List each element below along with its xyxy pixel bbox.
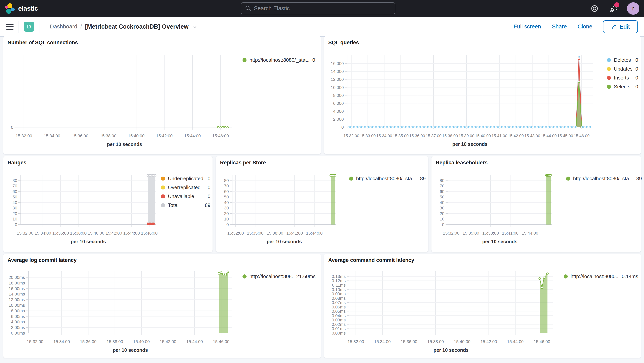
svg-text:0.13ms: 0.13ms — [332, 274, 346, 279]
title-menu-button[interactable] — [192, 24, 198, 30]
legend-item[interactable]: http://localhost:8080...0.14ms — [564, 273, 638, 279]
svg-text:15:40:00: 15:40:00 — [454, 339, 470, 344]
svg-text:0.04ms: 0.04ms — [332, 313, 346, 318]
avatar[interactable]: r — [627, 2, 639, 15]
legend-dot — [349, 177, 353, 181]
legend-item[interactable]: http://localhost:8080/_stat...0 — [242, 57, 315, 63]
pencil-icon — [611, 24, 617, 30]
svg-text:16.00ms: 16.00ms — [9, 286, 25, 291]
svg-text:15:38:00: 15:38:00 — [70, 231, 87, 236]
legend: http://localhost:808...21.60ms — [242, 273, 316, 282]
legend-label: http://localhost:8080/_sta... — [573, 176, 633, 182]
full-screen-link[interactable]: Full screen — [514, 24, 541, 30]
svg-text:30: 30 — [440, 206, 444, 210]
legend-dot — [564, 274, 568, 278]
panel-title: Replica leaseholders — [436, 160, 488, 166]
edit-button[interactable]: Edit — [603, 20, 638, 33]
chart-sql-queries[interactable]: 15:32:0015:33:0015:34:0015:35:0015:36:00… — [324, 36, 641, 154]
legend-item[interactable]: Total89 — [161, 202, 210, 208]
svg-text:6,000: 6,000 — [333, 101, 344, 106]
legend-value: 0 — [632, 66, 638, 72]
svg-text:50: 50 — [12, 195, 17, 199]
svg-text:15:44:00: 15:44:00 — [541, 133, 557, 138]
svg-text:40: 40 — [224, 200, 229, 205]
legend-label: Overreplicated — [168, 184, 200, 190]
legend-label: http://localhost:808... — [250, 273, 293, 279]
svg-text:per 10 seconds: per 10 seconds — [267, 239, 302, 244]
svg-text:10: 10 — [440, 217, 444, 221]
svg-text:15:35:00: 15:35:00 — [393, 133, 409, 138]
legend-label: Unavailable — [168, 193, 194, 199]
legend-value: 0 — [309, 57, 315, 63]
legend-value: 0 — [632, 84, 638, 90]
svg-text:0.03ms: 0.03ms — [332, 317, 346, 322]
svg-text:0.08ms: 0.08ms — [332, 296, 346, 301]
legend-label: http://localhost:8080/_stat... — [250, 57, 309, 63]
svg-text:15:41:00: 15:41:00 — [502, 231, 518, 236]
legend-item[interactable]: Unavailable0 — [161, 193, 210, 199]
notification-dot — [614, 2, 619, 7]
svg-text:20: 20 — [224, 211, 229, 216]
chart-average-command-commit-latency[interactable]: 15:32:0015:34:0015:36:0015:38:0015:40:00… — [324, 254, 641, 358]
breadcrumb-separator: / — [80, 24, 82, 30]
svg-text:15:44:00: 15:44:00 — [123, 231, 140, 236]
legend-label: Underreplicated — [168, 176, 204, 182]
svg-text:15:40:00: 15:40:00 — [133, 339, 150, 344]
svg-text:0.11ms: 0.11ms — [332, 283, 346, 288]
legend-item[interactable]: Overreplicated0 — [161, 184, 210, 190]
svg-text:15:36:00: 15:36:00 — [409, 133, 425, 138]
svg-text:18.00ms: 18.00ms — [9, 281, 25, 285]
legend-item[interactable]: http://localhost:808...21.60ms — [242, 273, 316, 279]
svg-text:15:46:00: 15:46:00 — [212, 133, 229, 138]
legend-item[interactable]: http://localhost:8080/_sta...89 — [566, 176, 642, 182]
newsfeed-button[interactable] — [608, 4, 618, 13]
svg-text:0: 0 — [442, 222, 444, 227]
legend-item[interactable]: Underreplicated0 — [161, 176, 210, 182]
svg-text:15:32:00: 15:32:00 — [348, 339, 364, 344]
share-link[interactable]: Share — [552, 24, 567, 30]
chart-average-log-commit-latency[interactable]: 15:32:0015:34:0015:36:0015:38:0015:40:00… — [3, 254, 321, 358]
panel-average-log-commit-latency: Average log commit latency 15:32:0015:34… — [3, 254, 321, 358]
svg-text:15:42:00: 15:42:00 — [160, 339, 176, 344]
clone-link[interactable]: Clone — [578, 24, 592, 30]
svg-text:15:46:00: 15:46:00 — [141, 231, 158, 236]
elastic-logo[interactable]: elastic — [5, 3, 38, 14]
legend-item[interactable]: Selects0 — [607, 84, 638, 90]
svg-text:15:32:00: 15:32:00 — [443, 231, 460, 236]
svg-text:14.00ms: 14.00ms — [9, 292, 25, 296]
svg-text:15:40:00: 15:40:00 — [475, 133, 491, 138]
panel-title: Number of SQL connections — [8, 40, 78, 46]
legend-label: Updates — [614, 66, 632, 72]
svg-text:15:42:00: 15:42:00 — [156, 133, 173, 138]
legend-label: http://localhost:8080... — [570, 273, 618, 279]
help-icon — [590, 4, 599, 13]
legend-item[interactable]: http://localhost:8080/_sta...89 — [349, 176, 426, 182]
legend-dot — [607, 76, 611, 80]
legend-item[interactable]: Updates0 — [607, 66, 638, 72]
chart-replicas-per-store[interactable]: 15:32:0015:35:0015:38:0015:41:0015:44:00… — [216, 156, 428, 252]
svg-text:15:36:00: 15:36:00 — [72, 133, 88, 138]
help-button[interactable] — [590, 4, 599, 13]
space-badge[interactable]: D — [24, 22, 34, 32]
search-input[interactable]: Search Elastic — [241, 2, 395, 14]
legend-value: 0.14ms — [618, 273, 638, 279]
svg-text:15:45:00: 15:45:00 — [557, 133, 573, 138]
avatar-initial: r — [632, 5, 634, 12]
svg-text:15:44:00: 15:44:00 — [184, 133, 201, 138]
svg-text:60: 60 — [440, 189, 444, 194]
legend-item[interactable]: Inserts0 — [607, 75, 638, 81]
menu-button[interactable] — [6, 24, 14, 30]
legend-item[interactable]: Deletes0 — [607, 57, 638, 63]
chart-number-of-sql-connections[interactable]: 15:32:0015:34:0015:36:0015:38:0015:40:00… — [3, 36, 321, 154]
svg-text:15:42:00: 15:42:00 — [106, 231, 122, 236]
search-icon — [245, 5, 251, 12]
breadcrumb-dashboard[interactable]: Dashboard — [50, 24, 77, 30]
legend-value: 0 — [632, 75, 638, 81]
svg-text:15:44:00: 15:44:00 — [522, 231, 538, 236]
panel-replica-leaseholders: Replica leaseholders 15:32:0015:35:0015:… — [432, 156, 641, 252]
chart-replica-leaseholders[interactable]: 15:32:0015:35:0015:38:0015:41:0015:44:00… — [432, 156, 641, 252]
toolbar: D Dashboard / [Metricbeat CockroachDB] O… — [0, 17, 644, 37]
legend-dot — [242, 274, 246, 278]
legend-value: 0 — [204, 176, 210, 182]
divider — [39, 21, 40, 33]
